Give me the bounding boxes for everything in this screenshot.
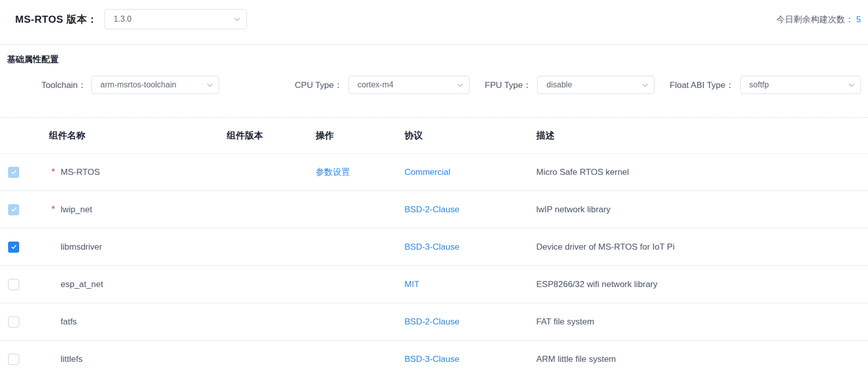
component-name: libmsdriver bbox=[61, 242, 102, 252]
header-component-name: 组件名称 bbox=[49, 129, 227, 142]
component-name: esp_at_net bbox=[61, 279, 103, 290]
row-checkbox[interactable] bbox=[8, 316, 19, 327]
float-abi-type-select[interactable]: softfp bbox=[740, 76, 861, 94]
fpu-type-label: FPU Type： bbox=[485, 79, 531, 91]
row-checkbox[interactable] bbox=[8, 242, 19, 253]
component-description: lwIP network library bbox=[536, 205, 868, 215]
chevron-down-icon bbox=[638, 81, 649, 89]
chevron-down-icon bbox=[230, 15, 241, 23]
version-label: MS-RTOS 版本： bbox=[15, 9, 97, 29]
component-description: Device driver of MS-RTOS for IoT Pi bbox=[536, 242, 868, 252]
license-link[interactable]: Commercial bbox=[404, 167, 450, 177]
component-name: fatfs bbox=[61, 317, 77, 327]
version-select-value: 1.3.0 bbox=[114, 15, 132, 24]
license-link[interactable]: MIT bbox=[404, 279, 419, 289]
quota-label: 今日剩余构建次数： bbox=[777, 15, 854, 24]
quota-value: 5 bbox=[856, 15, 861, 24]
component-description: FAT file system bbox=[536, 317, 868, 327]
fpu-type-select[interactable]: disable bbox=[537, 76, 654, 94]
chevron-down-icon bbox=[453, 81, 464, 89]
toolchain-select[interactable]: arm-msrtos-toolchain bbox=[91, 76, 219, 94]
component-description: ESP8266/32 wifi network library bbox=[536, 279, 868, 290]
table-header-row: 组件名称 组件版本 操作 协议 描述 bbox=[0, 118, 868, 154]
param-settings-link[interactable]: 参数设置 bbox=[316, 167, 350, 177]
fpu-type-select-value: disable bbox=[546, 80, 572, 89]
license-link[interactable]: BSD-2-Clause bbox=[404, 317, 459, 326]
header-description: 描述 bbox=[536, 129, 868, 142]
required-asterisk: * bbox=[49, 168, 61, 176]
table-row: littlefs BSD-3-Clause ARM little file sy… bbox=[0, 341, 868, 375]
component-name: lwip_net bbox=[61, 205, 92, 215]
license-link[interactable]: BSD-3-Clause bbox=[404, 354, 459, 364]
table-row: fatfs BSD-2-Clause FAT file system bbox=[0, 303, 868, 341]
header-component-version: 组件版本 bbox=[227, 129, 316, 142]
cpu-type-select-value: cortex-m4 bbox=[358, 80, 393, 89]
component-table: 组件名称 组件版本 操作 协议 描述 * MS-RTOS 参数设置 Commer… bbox=[0, 117, 868, 375]
check-icon bbox=[10, 206, 18, 213]
topbar: MS-RTOS 版本： 1.3.0 今日剩余构建次数：5 bbox=[0, 0, 868, 44]
chevron-down-icon bbox=[845, 81, 855, 89]
component-description: Micro Safe RTOS kernel bbox=[536, 167, 868, 177]
toolchain-label: Toolchain： bbox=[41, 79, 86, 91]
check-icon bbox=[10, 168, 18, 176]
float-abi-type-label: Float ABI Type： bbox=[670, 79, 734, 91]
license-link[interactable]: BSD-3-Clause bbox=[404, 242, 459, 252]
table-row: * lwip_net BSD-2-Clause lwIP network lib… bbox=[0, 191, 868, 228]
build-quota: 今日剩余构建次数：5 bbox=[777, 9, 861, 30]
base-config-filters: Toolchain： arm-msrtos-toolchain CPU Type… bbox=[0, 76, 861, 94]
float-abi-type-select-value: softfp bbox=[749, 80, 769, 89]
check-icon bbox=[10, 243, 18, 251]
row-checkbox-disabled bbox=[8, 167, 19, 178]
row-checkbox-disabled bbox=[8, 204, 19, 215]
header-license: 协议 bbox=[404, 129, 536, 142]
required-asterisk: * bbox=[49, 205, 61, 214]
license-link[interactable]: BSD-2-Clause bbox=[404, 205, 459, 214]
cpu-type-label: CPU Type： bbox=[295, 79, 342, 91]
table-row: esp_at_net MIT ESP8266/32 wifi network l… bbox=[0, 266, 868, 303]
table-row: libmsdriver BSD-3-Clause Device driver o… bbox=[0, 228, 868, 266]
row-checkbox[interactable] bbox=[8, 354, 19, 365]
component-name: MS-RTOS bbox=[61, 167, 100, 177]
component-description: ARM little file system bbox=[536, 354, 868, 364]
page-title: 基础属性配置 bbox=[7, 54, 868, 66]
component-name: littlefs bbox=[61, 354, 82, 364]
version-select[interactable]: 1.3.0 bbox=[105, 9, 247, 29]
header-action: 操作 bbox=[316, 129, 404, 142]
chevron-down-icon bbox=[203, 81, 214, 89]
row-checkbox[interactable] bbox=[8, 279, 19, 290]
toolchain-select-value: arm-msrtos-toolchain bbox=[100, 80, 176, 89]
table-row: * MS-RTOS 参数设置 Commercial Micro Safe RTO… bbox=[0, 154, 868, 191]
cpu-type-select[interactable]: cortex-m4 bbox=[348, 76, 470, 94]
